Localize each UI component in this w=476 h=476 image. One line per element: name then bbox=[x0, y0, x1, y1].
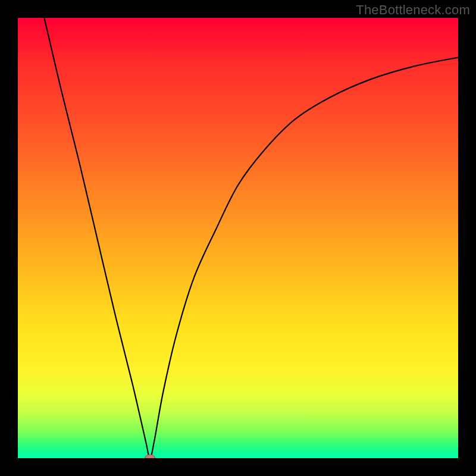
bottleneck-curve bbox=[18, 18, 458, 458]
chart-frame: TheBottleneck.com bbox=[0, 0, 476, 476]
plot-area bbox=[18, 18, 458, 458]
watermark-text: TheBottleneck.com bbox=[356, 2, 470, 18]
optimal-point-marker bbox=[145, 455, 155, 459]
